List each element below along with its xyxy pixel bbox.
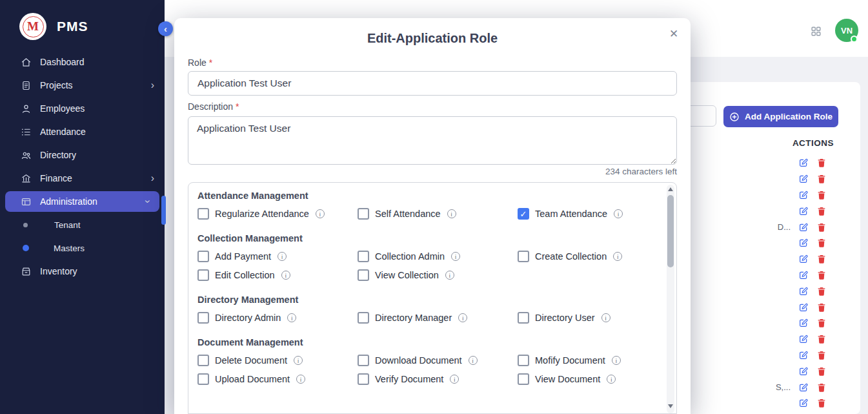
checkbox-icon[interactable]	[197, 208, 209, 220]
delete-icon[interactable]	[816, 190, 827, 200]
delete-icon[interactable]	[816, 350, 827, 360]
scrollbar[interactable]	[667, 185, 674, 413]
dialog-title: Edit-Application Role	[174, 18, 691, 46]
close-icon[interactable]: ✕	[665, 25, 683, 43]
delete-icon[interactable]	[816, 254, 827, 264]
finance-icon	[21, 173, 32, 184]
edit-icon[interactable]	[798, 270, 809, 280]
permission-self-attendance[interactable]: Self Attendancei	[358, 208, 518, 220]
permission-label: Edit Collection	[215, 270, 275, 280]
checkbox-icon[interactable]	[358, 355, 369, 366]
edit-icon[interactable]	[798, 238, 809, 248]
delete-icon[interactable]	[816, 270, 827, 280]
online-status-dot	[851, 36, 858, 43]
sidebar-subitem-masters[interactable]: Masters	[0, 236, 165, 260]
info-icon: i	[296, 375, 305, 384]
sidebar-item-employees[interactable]: Employees	[0, 97, 165, 120]
sidebar-subitem-tenant[interactable]: Tenant	[0, 213, 165, 236]
permission-upload-document[interactable]: Upload Documenti	[197, 373, 358, 385]
delete-icon[interactable]	[816, 222, 827, 233]
edit-icon[interactable]	[798, 318, 809, 328]
sidebar-item-finance[interactable]: Finance›	[0, 167, 165, 190]
edit-icon[interactable]	[798, 366, 809, 377]
delete-icon[interactable]	[816, 206, 827, 216]
checkbox-icon[interactable]	[518, 251, 529, 262]
permission-collection-admin[interactable]: Collection Admini	[358, 251, 518, 262]
delete-icon[interactable]	[816, 366, 827, 377]
delete-icon[interactable]	[816, 158, 827, 168]
scroll-up-icon[interactable]	[668, 187, 673, 191]
checkbox-icon[interactable]	[197, 373, 209, 385]
permission-directory-user[interactable]: Directory Useri	[518, 312, 665, 324]
sidebar-item-label: Finance	[40, 173, 72, 183]
delete-icon[interactable]	[816, 334, 827, 344]
permission-team-attendance[interactable]: ✓Team Attendancei	[518, 208, 665, 220]
sidebar-item-label: Employees	[40, 103, 85, 114]
checkbox-icon[interactable]	[358, 269, 369, 281]
permission-regularize-attendance[interactable]: Regularize Attendancei	[197, 208, 358, 220]
checkbox-icon[interactable]: ✓	[518, 208, 529, 220]
edit-icon[interactable]	[798, 334, 809, 344]
checkbox-icon[interactable]	[358, 251, 369, 262]
checkbox-icon[interactable]	[518, 312, 529, 324]
edit-icon[interactable]	[798, 398, 809, 408]
edit-icon[interactable]	[798, 174, 809, 184]
delete-icon[interactable]	[816, 382, 827, 393]
edit-icon[interactable]	[798, 382, 809, 393]
edit-icon[interactable]	[798, 158, 809, 168]
checkbox-icon[interactable]	[358, 312, 369, 324]
sidebar-item-dashboard[interactable]: Dashboard	[0, 50, 165, 74]
checkbox-icon[interactable]	[197, 269, 209, 281]
apps-grid-icon[interactable]	[810, 25, 822, 37]
checkbox-icon[interactable]	[358, 208, 369, 220]
edit-icon[interactable]	[798, 254, 809, 264]
edit-icon[interactable]	[798, 206, 809, 216]
permission-verify-document[interactable]: Verify Documenti	[358, 373, 518, 385]
delete-icon[interactable]	[816, 238, 827, 248]
sidebar-collapse-button[interactable]: ‹	[158, 21, 173, 36]
edit-icon[interactable]	[798, 190, 809, 200]
edit-icon[interactable]	[798, 350, 809, 360]
scroll-down-icon[interactable]	[668, 404, 673, 408]
edit-icon[interactable]	[798, 286, 809, 296]
permission-directory-manager[interactable]: Directory Manageri	[358, 312, 518, 324]
permission-label: Regularize Attendance	[215, 209, 309, 219]
role-input[interactable]	[188, 71, 677, 96]
permission-create-collection[interactable]: Create Collectioni	[518, 251, 665, 262]
attendance-icon	[21, 127, 32, 138]
permission-edit-collection[interactable]: Edit Collectioni	[197, 269, 358, 281]
add-application-role-button[interactable]: Add Application Role	[723, 106, 838, 127]
permission-download-document[interactable]: Download Documenti	[358, 355, 518, 366]
checkbox-icon[interactable]	[518, 373, 529, 385]
checkbox-icon[interactable]	[197, 355, 209, 366]
permission-view-document[interactable]: View Documenti	[518, 373, 665, 385]
info-icon: i	[316, 209, 325, 218]
checkbox-icon[interactable]	[358, 373, 369, 385]
sidebar-item-projects[interactable]: Projects›	[0, 74, 165, 97]
delete-icon[interactable]	[816, 174, 827, 184]
sidebar-item-attendance[interactable]: Attendance	[0, 120, 165, 143]
sidebar-item-directory[interactable]: Directory	[0, 143, 165, 167]
sidebar-item-administration[interactable]: Administration›	[5, 191, 159, 212]
permission-view-collection[interactable]: View Collectioni	[358, 269, 518, 281]
checkbox-icon[interactable]	[518, 355, 529, 366]
delete-icon[interactable]	[816, 286, 827, 296]
info-icon: i	[607, 375, 616, 384]
permission-delete-document[interactable]: Delete Documenti	[197, 355, 358, 366]
permission-directory-admin[interactable]: Directory Admini	[197, 312, 358, 324]
description-textarea[interactable]: Application Test User	[188, 116, 677, 165]
scrollbar-thumb[interactable]	[667, 195, 674, 267]
checkbox-icon[interactable]	[197, 251, 209, 262]
edit-icon[interactable]	[798, 302, 809, 313]
description-label-text: Description	[188, 101, 233, 112]
delete-icon[interactable]	[816, 398, 827, 408]
edit-icon[interactable]	[798, 222, 809, 233]
delete-icon[interactable]	[816, 302, 827, 313]
permission-add-payment[interactable]: Add Paymenti	[197, 251, 358, 262]
checkbox-icon[interactable]	[197, 312, 209, 324]
delete-icon[interactable]	[816, 318, 827, 328]
sidebar-item-inventory[interactable]: Inventory	[0, 260, 165, 283]
info-icon: i	[451, 252, 460, 261]
administration-icon	[21, 196, 32, 207]
permission-mofify-document[interactable]: Mofify Documenti	[518, 355, 665, 366]
